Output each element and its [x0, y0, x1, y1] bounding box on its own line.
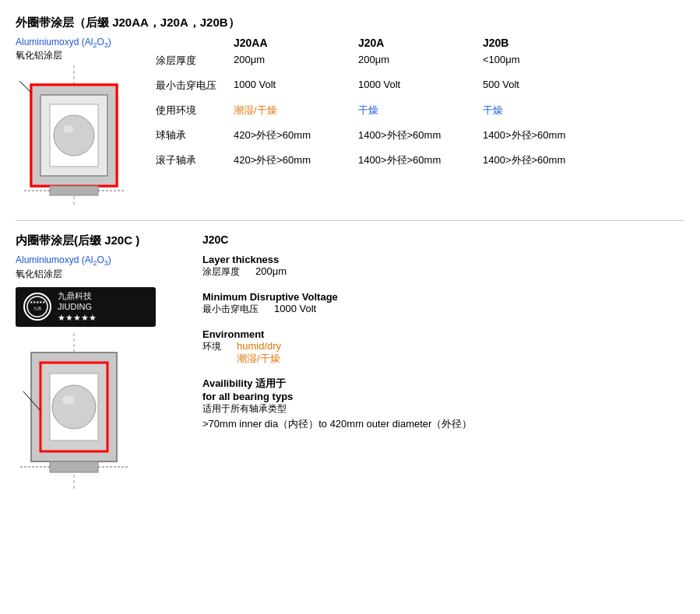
svg-point-18: [52, 385, 96, 429]
row-voltage: 最小击穿电压 1000 Volt 1000 Volt 500 Volt: [156, 79, 684, 93]
detail-environment: Environment 环境 humid/dry 潮湿/干燥: [202, 328, 684, 366]
bottom-bearing-svg: [16, 333, 187, 491]
section-divider: [16, 220, 684, 221]
detail-availability-cn: 适用于所有轴承类型: [202, 402, 684, 416]
cell-j20aa-voltage: 1000 Volt: [234, 79, 358, 90]
bottom-left-area: 内圈带涂层(后缀 J20C ) Aluminiumoxyd (Al2O3) 氧化…: [16, 233, 187, 490]
top-section-title: 外圈带涂层（后缀 J20AA，J20A，J20B）: [16, 16, 684, 30]
top-column-headers: J20AA J20A J20B: [156, 37, 684, 49]
watermark: ★★★★★ 九鼎 九鼎科技 JIUDING ★★★★★: [16, 287, 156, 327]
col-header-j20b: J20B: [483, 37, 607, 49]
cell-j20a-voltage: 1000 Volt: [358, 79, 483, 90]
row-roller-bearing: 滚子轴承 420>外径>60mm 1400>外径>60mm 1400>外径>60…: [156, 153, 684, 167]
svg-text:九鼎: 九鼎: [33, 306, 41, 311]
top-bearing-svg: [16, 65, 140, 208]
bottom-label-cn: 氧化铝涂层: [16, 268, 187, 281]
cell-j20b-roller: 1400>外径>60mm: [483, 153, 607, 167]
watermark-circle: ★★★★★ 九鼎: [23, 293, 51, 321]
detail-voltage-cn: 最小击穿电压: [202, 303, 259, 316]
cell-j20aa-env: 潮湿/干燥: [234, 104, 358, 118]
col-header-j20aa: J20AA: [234, 37, 358, 49]
svg-point-6: [63, 125, 74, 133]
svg-line-10: [19, 81, 31, 93]
row-ball-bearing: 球轴承 420>外径>60mm 1400>外径>60mm 1400>外径>60m…: [156, 128, 684, 142]
cell-j20aa-roller: 420>外径>60mm: [234, 153, 358, 167]
detail-availability: Availibility 适用于 for all bearing typs 适用…: [202, 377, 684, 431]
cell-j20b-voltage: 500 Volt: [483, 79, 607, 90]
detail-voltage-en: Minimum Disruptive Voltage: [202, 291, 684, 303]
watermark-line1: 九鼎科技: [58, 290, 97, 301]
cell-j20b-env: 干燥: [483, 104, 607, 118]
label-ball-bearing: 球轴承: [156, 128, 234, 142]
label-roller-bearing: 滚子轴承: [156, 153, 234, 167]
svg-rect-20: [50, 461, 98, 472]
top-label-blue: Aluminiumoxyd (Al2O3): [16, 37, 140, 49]
top-bearing-diagram: Aluminiumoxyd (Al2O3) 氧化铝涂层: [16, 37, 140, 208]
cell-j20a-roller: 1400>外径>60mm: [358, 153, 483, 167]
detail-voltage-value: 1000 Volt: [274, 303, 316, 314]
svg-point-5: [54, 115, 94, 156]
col-header-j20a: J20A: [358, 37, 483, 49]
detail-availability-en1: Availibility 适用于: [202, 377, 286, 391]
watermark-stars: ★★★★★: [58, 312, 97, 323]
row-environment: 使用环境 潮湿/干燥 干燥 干燥: [156, 104, 684, 118]
svg-rect-7: [50, 186, 98, 195]
detail-environment-value-en: humid/dry: [237, 340, 281, 352]
detail-environment-value-cn: 潮湿/干燥: [237, 352, 281, 366]
bottom-section-title: 内圈带涂层(后缀 J20C ): [16, 233, 187, 248]
bottom-right-area: J20C Layer thickness 涂层厚度 200μm Minimum …: [202, 233, 684, 490]
cell-j20a-ball: 1400>外径>60mm: [358, 128, 483, 142]
detail-environment-en: Environment: [202, 328, 684, 340]
detail-availability-en2: for all bearing typs: [202, 391, 684, 402]
cell-j20aa-ball: 420>外径>60mm: [234, 128, 358, 142]
detail-availability-value: >70mm inner dia（内径）to 420mm outer diamet…: [202, 417, 684, 431]
detail-layer-thickness-cn: 涂层厚度: [202, 265, 240, 279]
label-coating-thickness: 涂层厚度: [156, 54, 234, 68]
detail-layer-thickness: Layer thickness 涂层厚度 200μm: [202, 254, 684, 280]
watermark-text: 九鼎科技 JIUDING ★★★★★: [58, 290, 97, 324]
svg-text:★★★★★: ★★★★★: [30, 300, 46, 304]
svg-point-19: [62, 395, 75, 405]
top-data-table: J20AA J20A J20B 涂层厚度 200μm 200μm <100μm …: [156, 37, 684, 208]
cell-j20a-env: 干燥: [358, 104, 483, 118]
bottom-section: 内圈带涂层(后缀 J20C ) Aluminiumoxyd (Al2O3) 氧化…: [16, 233, 684, 490]
detail-layer-thickness-en: Layer thickness: [202, 254, 684, 265]
cell-j20aa-thickness: 200μm: [234, 54, 358, 65]
label-environment: 使用环境: [156, 104, 234, 118]
cell-j20b-ball: 1400>外径>60mm: [483, 128, 607, 142]
bottom-label-blue: Aluminiumoxyd (Al2O3): [16, 254, 187, 267]
top-label-cn: 氧化铝涂层: [16, 49, 140, 62]
top-section: 外圈带涂层（后缀 J20AA，J20A，J20B） Aluminiumoxyd …: [16, 16, 684, 208]
label-voltage: 最小击穿电压: [156, 79, 234, 93]
cell-j20a-thickness: 200μm: [358, 54, 483, 65]
row-coating-thickness: 涂层厚度 200μm 200μm <100μm: [156, 54, 684, 68]
cell-j20b-thickness: <100μm: [483, 54, 607, 65]
detail-environment-cn: 环境: [202, 340, 221, 353]
watermark-line2: JIUDING: [58, 301, 97, 312]
detail-voltage: Minimum Disruptive Voltage 最小击穿电压 1000 V…: [202, 291, 684, 318]
bottom-column-header: J20C: [202, 233, 684, 246]
detail-layer-thickness-value: 200μm: [255, 265, 287, 277]
